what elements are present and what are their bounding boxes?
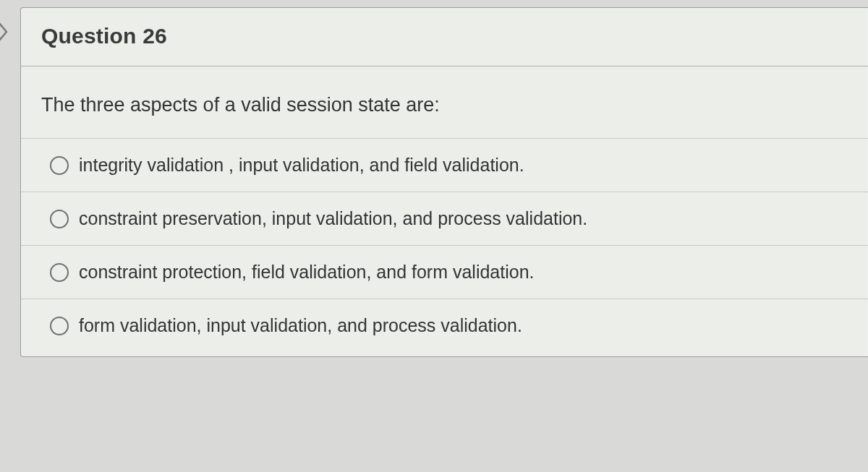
option-label: integrity validation , input validation,…: [79, 155, 524, 176]
option-label: constraint protection, field validation,…: [79, 262, 535, 283]
radio-icon[interactable]: [50, 210, 69, 228]
question-card: Question 26 The three aspects of a valid…: [20, 7, 868, 357]
radio-icon[interactable]: [50, 317, 69, 335]
question-title: Question 26: [41, 24, 167, 48]
chevron-right-icon[interactable]: [0, 22, 9, 42]
option-row[interactable]: constraint protection, field validation,…: [21, 246, 868, 299]
option-label: form validation, input validation, and p…: [79, 315, 522, 336]
option-row[interactable]: constraint preservation, input validatio…: [21, 192, 868, 246]
option-label: constraint preservation, input validatio…: [79, 208, 587, 229]
option-row[interactable]: integrity validation , input validation,…: [21, 139, 868, 192]
question-header: Question 26: [21, 8, 868, 66]
radio-icon[interactable]: [50, 263, 69, 282]
question-body: The three aspects of a valid session sta…: [21, 66, 868, 139]
question-prompt: The three aspects of a valid session sta…: [41, 94, 440, 116]
page-container: Question 26 The three aspects of a valid…: [0, 0, 868, 357]
options-list: integrity validation , input validation,…: [21, 139, 868, 356]
radio-icon[interactable]: [50, 156, 69, 175]
option-row[interactable]: form validation, input validation, and p…: [21, 299, 868, 356]
